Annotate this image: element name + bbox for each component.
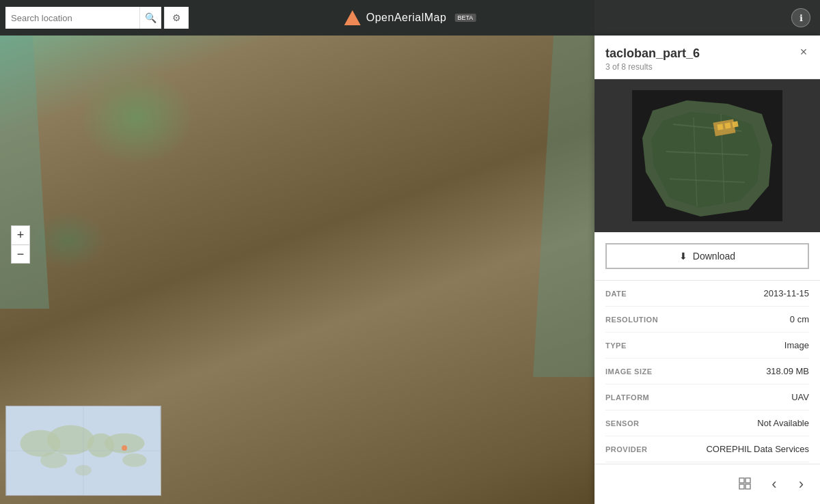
svg-rect-22	[732, 121, 738, 127]
search-input[interactable]	[5, 7, 139, 29]
sensor-label: SENSOR	[605, 419, 639, 428]
next-button[interactable]: ›	[793, 473, 809, 496]
zoom-out-button[interactable]: −	[11, 244, 30, 264]
logo-text: OpenAerialMap	[366, 12, 447, 24]
download-section: ⬇ Download	[594, 232, 820, 281]
search-button[interactable]: 🔍	[139, 7, 161, 29]
info-icon: ℹ	[800, 13, 803, 23]
mini-map	[5, 406, 161, 496]
panel-header: tacloban_part_6 3 of 8 results ×	[594, 36, 820, 79]
svg-rect-23	[739, 478, 744, 483]
provider-label: PROVIDER	[605, 445, 647, 453]
metadata-section: DATE 2013-11-15 RESOLUTION 0 cm TYPE Ima…	[594, 281, 820, 464]
mini-map-bg	[6, 406, 161, 495]
thumbnail-image	[632, 90, 782, 221]
meta-row-platform: PLATFORM UAV	[605, 384, 809, 410]
thumbnail-svg	[632, 90, 782, 221]
type-value: Image	[784, 340, 809, 350]
platform-value: UAV	[791, 392, 809, 402]
svg-point-5	[40, 452, 67, 468]
grid-icon	[739, 477, 752, 491]
panel-close-button[interactable]: ×	[795, 44, 812, 60]
panel-footer: ‹ ›	[594, 464, 820, 504]
date-label: DATE	[605, 290, 627, 298]
svg-rect-26	[746, 484, 750, 489]
side-panel: tacloban_part_6 3 of 8 results ×	[594, 36, 820, 504]
resolution-value: 0 cm	[790, 314, 809, 324]
thumbnail-area	[594, 79, 820, 232]
meta-row-provider: PROVIDER COREPHIL Data Services	[605, 436, 809, 462]
download-icon: ⬇	[679, 251, 687, 262]
download-button[interactable]: ⬇ Download	[605, 243, 809, 269]
panel-title: tacloban_part_6	[605, 46, 809, 61]
logo-triangle-icon	[344, 10, 361, 25]
image-size-value: 318.09 MB	[766, 366, 809, 376]
svg-rect-21	[724, 122, 730, 128]
meta-row-type: TYPE Image	[605, 333, 809, 359]
provider-value: COREPHIL Data Services	[706, 444, 809, 454]
panel-subtitle: 3 of 8 results	[605, 62, 809, 72]
download-label: Download	[693, 251, 735, 262]
svg-rect-25	[739, 484, 744, 489]
oam-logo: OpenAerialMap BETA	[344, 10, 476, 25]
zoom-in-button[interactable]: +	[11, 225, 30, 244]
svg-point-6	[122, 453, 146, 467]
thumbnail-inner	[632, 90, 782, 221]
meta-row-date: DATE 2013-11-15	[605, 281, 809, 307]
svg-rect-20	[717, 124, 723, 130]
grid-view-button[interactable]	[736, 475, 755, 494]
image-size-label: IMAGE SIZE	[605, 367, 653, 376]
zoom-controls: + −	[11, 225, 30, 264]
meta-row-sensor: SENSOR Not Available	[605, 410, 809, 436]
date-value: 2013-11-15	[764, 288, 810, 298]
sensor-value: Not Available	[757, 418, 809, 428]
resolution-label: RESOLUTION	[605, 316, 658, 324]
type-label: TYPE	[605, 341, 627, 350]
header-bar: 🔍 ⚙ OpenAerialMap BETA ℹ	[0, 0, 820, 36]
next-icon: ›	[799, 475, 804, 493]
prev-icon: ‹	[771, 475, 776, 493]
mini-map-lines	[6, 406, 161, 495]
svg-point-2	[47, 425, 94, 455]
filter-icon: ⚙	[172, 12, 181, 23]
meta-row-resolution: RESOLUTION 0 cm	[605, 307, 809, 333]
beta-badge: BETA	[454, 14, 476, 22]
info-button[interactable]: ℹ	[791, 8, 810, 27]
svg-rect-24	[746, 478, 750, 483]
prev-button[interactable]: ‹	[766, 473, 782, 496]
svg-point-8	[122, 445, 127, 451]
meta-row-image-size: IMAGE SIZE 318.09 MB	[605, 359, 809, 384]
filter-button[interactable]: ⚙	[164, 7, 189, 29]
search-icon: 🔍	[145, 12, 156, 23]
platform-label: PLATFORM	[605, 393, 649, 402]
svg-marker-13	[651, 112, 761, 208]
search-container: 🔍 ⚙	[5, 7, 189, 29]
